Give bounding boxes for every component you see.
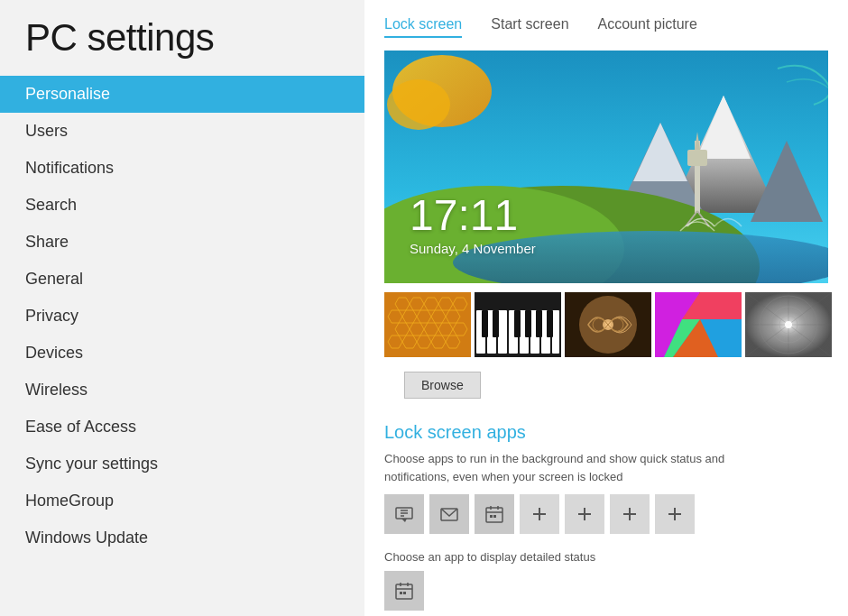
- svg-rect-50: [525, 310, 531, 337]
- sidebar-item-windows-update[interactable]: Windows Update: [0, 519, 364, 556]
- svg-rect-102: [403, 592, 406, 594]
- main-content: Lock screen Start screen Account picture: [364, 0, 848, 616]
- wallpaper-thumb-3[interactable]: [565, 292, 651, 357]
- sidebar-nav: Personalise Users Notifications Search S…: [0, 76, 364, 556]
- browse-button[interactable]: Browse: [404, 372, 481, 399]
- svg-rect-51: [536, 310, 542, 337]
- svg-marker-81: [401, 519, 407, 522]
- sidebar-item-share[interactable]: Share: [0, 224, 364, 261]
- tab-bar: Lock screen Start screen Account picture: [364, 0, 848, 49]
- app-icon-add-3[interactable]: [610, 494, 650, 534]
- sidebar-item-search[interactable]: Search: [0, 187, 364, 224]
- app-icon-calendar[interactable]: [475, 494, 514, 534]
- app-icon-mail[interactable]: [429, 494, 469, 534]
- svg-rect-12: [687, 150, 707, 166]
- svg-point-73: [785, 321, 792, 328]
- wallpaper-thumb-5[interactable]: [745, 292, 832, 357]
- svg-rect-37: [384, 292, 471, 357]
- app-icon-add-4[interactable]: [655, 494, 695, 534]
- tab-account-picture[interactable]: Account picture: [598, 16, 697, 38]
- sidebar-item-personalise[interactable]: Personalise: [0, 76, 364, 113]
- sidebar-item-privacy[interactable]: Privacy: [0, 298, 364, 335]
- app-title: PC settings: [0, 0, 364, 76]
- sidebar-item-ease-of-access[interactable]: Ease of Access: [0, 409, 364, 446]
- sidebar-item-homegroup[interactable]: HomeGroup: [0, 483, 364, 519]
- sidebar-item-notifications[interactable]: Notifications: [0, 150, 364, 187]
- svg-rect-101: [400, 592, 402, 594]
- wallpaper-thumb-2[interactable]: [475, 292, 561, 357]
- sidebar-item-sync-your-settings[interactable]: Sync your settings: [0, 446, 364, 483]
- app-icon-messaging[interactable]: [384, 494, 424, 534]
- sidebar-item-devices[interactable]: Devices: [0, 335, 364, 372]
- wallpaper-thumb-4[interactable]: [655, 292, 742, 357]
- lock-screen-time-display: 17:11 Sunday, 4 November: [410, 194, 536, 256]
- app-icon-add-1[interactable]: [520, 494, 559, 534]
- svg-rect-46: [552, 310, 559, 354]
- svg-rect-52: [547, 310, 553, 337]
- sidebar-item-wireless[interactable]: Wireless: [0, 372, 364, 409]
- detailed-status-app-row: [364, 571, 848, 616]
- detailed-status-label: Choose an app to display detailed status: [364, 547, 848, 571]
- svg-point-2: [387, 79, 450, 130]
- sidebar-item-users[interactable]: Users: [0, 113, 364, 150]
- detailed-status-app-icon[interactable]: [384, 571, 424, 611]
- svg-rect-47: [482, 310, 488, 337]
- lock-date: Sunday, 4 November: [410, 241, 536, 256]
- svg-rect-49: [514, 310, 521, 337]
- tab-lock-screen[interactable]: Lock screen: [384, 16, 462, 38]
- svg-rect-41: [498, 310, 507, 354]
- app-icon-add-2[interactable]: [565, 494, 604, 534]
- svg-rect-87: [490, 515, 493, 518]
- sidebar: PC settings Personalise Users Notificati…: [0, 0, 364, 616]
- lock-time: 17:11: [410, 194, 536, 237]
- svg-rect-48: [493, 310, 499, 337]
- lock-screen-app-icons-row: [364, 494, 848, 547]
- lock-screen-apps-desc: Choose apps to run in the background and…: [364, 450, 797, 494]
- wallpaper-thumbnails: [364, 283, 848, 363]
- sidebar-item-general[interactable]: General: [0, 261, 364, 298]
- wallpaper-thumb-1[interactable]: [384, 292, 471, 357]
- svg-rect-88: [493, 515, 496, 518]
- tab-start-screen[interactable]: Start screen: [491, 16, 568, 38]
- lock-screen-apps-title: Lock screen apps: [364, 409, 848, 450]
